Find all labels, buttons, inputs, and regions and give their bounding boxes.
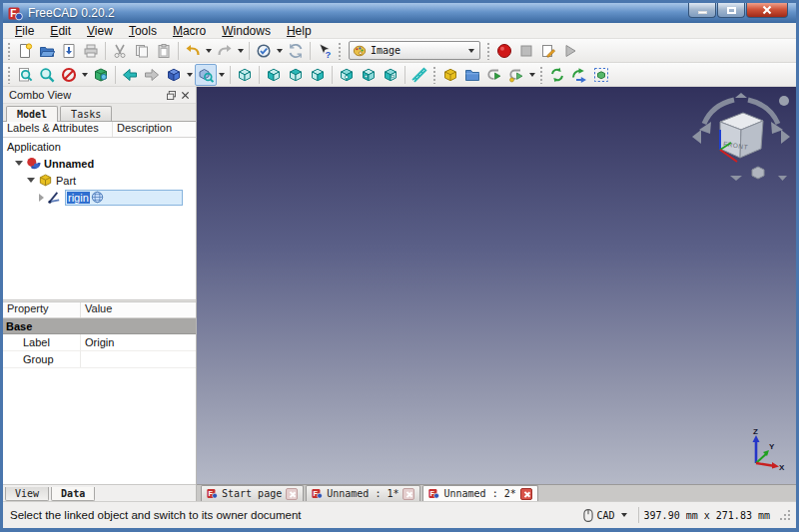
zoom-dropdown-icon[interactable] [219, 73, 225, 77]
redo-button[interactable] [214, 40, 236, 62]
expand-arrow-icon[interactable] [15, 161, 23, 166]
axonometric-view-button[interactable] [234, 64, 256, 86]
property-value[interactable]: Origin [81, 334, 196, 350]
tab-close-icon[interactable] [402, 488, 414, 500]
menu-macro[interactable]: Macro [165, 23, 214, 39]
close-window-button[interactable] [746, 3, 788, 18]
toolbar-drag-handle[interactable] [7, 42, 12, 60]
close-panel-button[interactable] [178, 89, 192, 102]
paste-button[interactable] [153, 40, 175, 62]
zoom-box-button[interactable] [195, 64, 217, 86]
fit-selection-button[interactable] [36, 64, 58, 86]
macro-record-button[interactable] [493, 40, 515, 62]
toolbar-drag-handle[interactable] [432, 66, 437, 84]
resize-grip[interactable] [779, 509, 792, 522]
3d-viewport[interactable]: FRONT Z Y [197, 87, 796, 484]
combo-view-titlebar[interactable]: Combo View [3, 87, 196, 104]
toolbar-drag-handle[interactable] [486, 42, 491, 60]
right-view-button[interactable] [307, 64, 329, 86]
recompute-button[interactable] [253, 40, 275, 62]
property-row-label[interactable]: Label Origin [3, 334, 196, 351]
copy-button[interactable] [131, 40, 153, 62]
tab-close-icon[interactable] [520, 488, 532, 500]
title-bar[interactable]: F FreeCAD 0.20.2 [3, 3, 796, 23]
undo-dropdown-icon[interactable] [206, 49, 212, 53]
menu-windows[interactable]: Windows [214, 23, 279, 39]
property-value[interactable] [81, 351, 196, 367]
tab-close-icon[interactable] [286, 488, 298, 500]
open-document-button[interactable] [36, 40, 58, 62]
macro-stop-button[interactable] [515, 40, 537, 62]
freecad-doc-icon: F [207, 488, 218, 499]
undo-button[interactable] [182, 40, 204, 62]
recompute-dropdown-icon[interactable] [277, 49, 283, 53]
toolbar-separator [332, 66, 333, 84]
toolbar-file: ? Image [3, 39, 796, 63]
front-view-button[interactable] [263, 64, 285, 86]
minimize-button[interactable] [688, 3, 716, 18]
isometric-dropdown-icon[interactable] [187, 73, 193, 77]
texture-view-button[interactable] [90, 64, 112, 86]
refresh-button[interactable] [285, 40, 307, 62]
new-document-button[interactable] [14, 40, 36, 62]
go-to-linked-object-button[interactable] [546, 64, 568, 86]
tree-item-origin-rename[interactable]: rigin [3, 189, 196, 206]
left-view-button[interactable] [380, 64, 401, 86]
macro-edit-button[interactable] [537, 40, 559, 62]
menu-file[interactable]: File [7, 23, 42, 39]
property-row-group[interactable]: Group [3, 351, 196, 368]
tree-label-document: Unnamed [44, 158, 94, 170]
rename-input[interactable]: rigin [65, 190, 183, 206]
expand-arrow-icon[interactable] [27, 178, 35, 183]
print-button[interactable] [80, 40, 102, 62]
draw-style-dropdown-icon[interactable] [82, 73, 88, 77]
tab-data[interactable]: Data [51, 487, 95, 501]
bottom-view-button[interactable] [358, 64, 380, 86]
toolbar-drag-handle[interactable] [338, 42, 343, 60]
mdi-tab-start-page[interactable]: F Start page [201, 485, 304, 501]
mdi-tab-unnamed-1[interactable]: F Unnamed : 1* [306, 485, 420, 501]
tree-item-part[interactable]: Part [3, 172, 196, 189]
select-all-links-button[interactable] [590, 64, 612, 86]
menu-view[interactable]: View [79, 23, 121, 39]
go-to-deepest-linked-object-button[interactable] [568, 64, 590, 86]
make-link-dropdown-icon[interactable] [529, 73, 535, 77]
toolbar-drag-handle[interactable] [7, 66, 12, 84]
mouse-model-selector[interactable]: CAD [579, 507, 633, 524]
maximize-button[interactable] [717, 3, 745, 18]
navigation-cube[interactable]: FRONT [690, 92, 792, 186]
mdi-tab-unnamed-2[interactable]: F Unnamed : 2* [422, 485, 537, 501]
make-sub-link-button[interactable] [505, 64, 527, 86]
nav-forward-button[interactable] [141, 64, 163, 86]
tree-column-headers[interactable]: Labels & Attributes Description [3, 122, 196, 138]
tab-tasks[interactable]: Tasks [60, 106, 112, 121]
redo-dropdown-icon[interactable] [238, 49, 244, 53]
menu-help[interactable]: Help [279, 23, 320, 39]
float-panel-button[interactable] [164, 89, 178, 102]
make-link-button[interactable] [483, 64, 505, 86]
fit-all-button[interactable] [14, 64, 36, 86]
menu-edit[interactable]: Edit [42, 23, 79, 39]
rear-view-button[interactable] [336, 64, 358, 86]
workbench-selector[interactable]: Image [349, 41, 480, 60]
measure-distance-button[interactable] [408, 64, 430, 86]
save-document-button[interactable] [58, 40, 80, 62]
draw-style-button[interactable] [58, 64, 80, 86]
isometric-view-button[interactable] [163, 64, 185, 86]
nav-back-button[interactable] [119, 64, 141, 86]
tab-model[interactable]: Model [6, 106, 58, 122]
top-view-button[interactable] [285, 64, 307, 86]
tree-item-application[interactable]: Application [3, 138, 196, 155]
menu-tools[interactable]: Tools [121, 23, 165, 39]
create-part-button[interactable] [439, 64, 461, 86]
cut-button[interactable] [109, 40, 131, 62]
tab-view[interactable]: View [5, 487, 49, 501]
toolbar-drag-handle[interactable] [539, 66, 544, 84]
tree-item-document[interactable]: Unnamed [3, 155, 196, 172]
whats-this-button[interactable]: ? [314, 40, 336, 62]
macro-play-button[interactable] [559, 40, 581, 62]
collapse-arrow-icon[interactable] [39, 194, 44, 202]
property-column-headers[interactable]: Property Value [3, 302, 196, 318]
property-group-base[interactable]: Base [3, 318, 196, 334]
create-group-button[interactable] [461, 64, 483, 86]
